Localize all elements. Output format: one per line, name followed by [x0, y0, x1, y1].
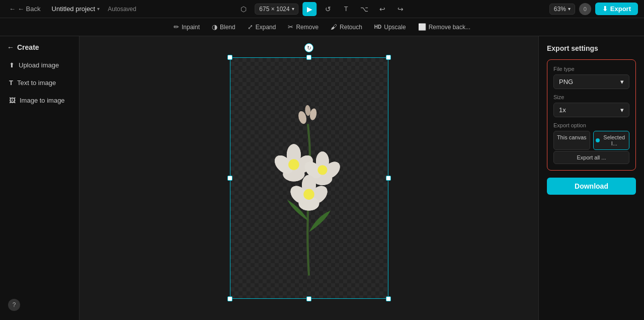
chevron-down-icon: ▾: [292, 6, 294, 12]
expand-label: Expand: [256, 24, 276, 31]
sidebar-item-text-to-image[interactable]: T Text to image: [4, 75, 75, 91]
remove-tool[interactable]: ✂ Remove: [283, 21, 324, 33]
link-tool-icon[interactable]: ⌥: [357, 2, 371, 16]
back-button[interactable]: ← ← Back: [6, 3, 44, 15]
avatar-count: 0: [584, 6, 587, 12]
expand-icon: ⤢: [248, 23, 253, 31]
redo-icon[interactable]: ↪: [393, 2, 408, 16]
handle-bottom-middle[interactable]: [306, 296, 311, 301]
upscale-tool[interactable]: HD Upscale: [369, 22, 411, 33]
export-option-group: Export option This canvas Selected I... …: [553, 122, 629, 164]
sidebar-item-upload-image[interactable]: ⬆ Upload image: [4, 57, 75, 73]
download-button[interactable]: Download: [547, 178, 636, 195]
image-to-image-icon: 🖼: [9, 97, 16, 104]
upscale-icon: HD: [374, 24, 381, 30]
main-layout: ← Create ⬆ Upload image T Text to image …: [0, 36, 644, 320]
topbar: ← ← Back Untitled project ▾ Autosaved ⬡ …: [0, 0, 644, 18]
export-settings-section: File type PNG ▾ Size 1x ▾ Export option: [547, 59, 636, 171]
handle-top-middle[interactable]: [306, 55, 311, 60]
retouch-icon: 🖌: [331, 23, 337, 31]
chevron-down-icon: ▾: [97, 6, 100, 12]
export-all-label: Export all ...: [577, 154, 606, 161]
retouch-tool[interactable]: 🖌 Retouch: [326, 21, 367, 33]
file-type-value: PNG: [559, 78, 573, 86]
dimensions-value: 675 × 1024: [259, 6, 289, 13]
project-title: Untitled project: [52, 5, 96, 13]
download-label: Download: [575, 182, 608, 190]
chevron-down-icon: ▾: [620, 106, 624, 114]
user-avatar: 0: [579, 3, 591, 15]
export-settings-title: Export settings: [547, 44, 636, 52]
undo-icon[interactable]: ↩: [375, 2, 389, 16]
back-arrow-icon: ←: [9, 5, 16, 13]
expand-tool[interactable]: ⤢ Expand: [243, 21, 281, 33]
autosaved-label: Autosaved: [108, 6, 136, 13]
export-option-label: Export option: [553, 122, 629, 128]
canvas-area[interactable]: ↻: [79, 36, 538, 320]
secondary-toolbar: ✏ Inpaint ◑ Blend ⤢ Expand ✂ Remove 🖌 Re…: [0, 18, 644, 36]
sidebar-header: ← Create: [4, 41, 75, 55]
rotate-icon: ↻: [307, 45, 311, 51]
redo-left-icon[interactable]: ↺: [321, 2, 335, 16]
inpaint-icon: ✏: [174, 23, 179, 31]
size-label: Size: [553, 94, 629, 100]
export-options-row: This canvas Selected I...: [553, 131, 629, 150]
help-icon: ?: [13, 301, 16, 308]
blend-label: Blend: [220, 24, 235, 31]
handle-top-left[interactable]: [227, 55, 232, 60]
radio-selected-icon: [596, 138, 600, 142]
retouch-label: Retouch: [340, 24, 362, 31]
sidebar: ← Create ⬆ Upload image T Text to image …: [0, 36, 79, 320]
remove-bg-label: Remove back...: [429, 24, 470, 31]
remove-icon: ✂: [288, 23, 293, 31]
file-type-select[interactable]: PNG ▾: [553, 74, 629, 89]
sidebar-label-upload: Upload image: [19, 61, 59, 69]
selected-option[interactable]: Selected I...: [593, 131, 630, 150]
remove-bg-icon: ⬜: [418, 23, 426, 31]
canvas-dimensions[interactable]: 675 × 1024 ▾: [255, 4, 298, 15]
select-tool[interactable]: ▶: [303, 2, 317, 16]
topbar-right: 63% ▾ 0 ⬇ Export: [549, 3, 638, 15]
inpaint-label: Inpaint: [182, 24, 200, 31]
project-name[interactable]: Untitled project ▾: [49, 3, 103, 15]
sidebar-item-image-to-image[interactable]: 🖼 Image to image: [4, 93, 75, 108]
inpaint-tool[interactable]: ✏ Inpaint: [169, 21, 205, 33]
remove-bg-tool[interactable]: ⬜ Remove back...: [413, 21, 475, 33]
zoom-control[interactable]: 63% ▾: [549, 4, 575, 15]
zoom-value: 63%: [554, 6, 566, 13]
svg-point-29: [303, 189, 314, 200]
help-button[interactable]: ?: [8, 299, 20, 311]
create-arrow-icon: ←: [7, 43, 14, 51]
canvas-image: [230, 57, 388, 299]
export-icon: ⬇: [602, 5, 608, 13]
sidebar-title: Create: [17, 43, 39, 51]
this-canvas-option[interactable]: This canvas: [553, 131, 590, 150]
handle-top-right[interactable]: [386, 55, 391, 60]
blend-tool[interactable]: ◑ Blend: [207, 21, 240, 33]
file-type-label: File type: [553, 66, 629, 72]
text-tool-icon[interactable]: T: [339, 2, 353, 16]
sidebar-label-image-to-image: Image to image: [20, 97, 65, 104]
svg-point-20: [317, 165, 327, 175]
export-button[interactable]: ⬇ Export: [595, 3, 638, 15]
size-value: 1x: [559, 106, 566, 114]
chevron-down-icon: ▾: [620, 78, 624, 86]
sidebar-label-text-to-image: Text to image: [17, 79, 56, 87]
svg-point-11: [288, 159, 299, 170]
canvas-wrapper[interactable]: ↻: [230, 57, 388, 299]
transform-tool[interactable]: ⬡: [236, 2, 251, 16]
selected-label: Selected I...: [602, 134, 627, 146]
flower-svg: [238, 70, 380, 286]
export-label: Export: [610, 5, 631, 13]
handle-bottom-left[interactable]: [227, 296, 232, 301]
rotate-handle[interactable]: ↻: [304, 43, 313, 52]
size-select[interactable]: 1x ▾: [553, 103, 629, 117]
export-all-option[interactable]: Export all ...: [553, 151, 629, 164]
handle-middle-left[interactable]: [227, 176, 232, 181]
size-field: Size 1x ▾: [553, 94, 629, 117]
handle-bottom-right[interactable]: [386, 296, 391, 301]
text-to-image-icon: T: [9, 79, 13, 87]
handle-middle-right[interactable]: [386, 176, 391, 181]
export-panel: Export settings File type PNG ▾ Size 1x …: [538, 36, 644, 320]
remove-label: Remove: [296, 24, 318, 31]
